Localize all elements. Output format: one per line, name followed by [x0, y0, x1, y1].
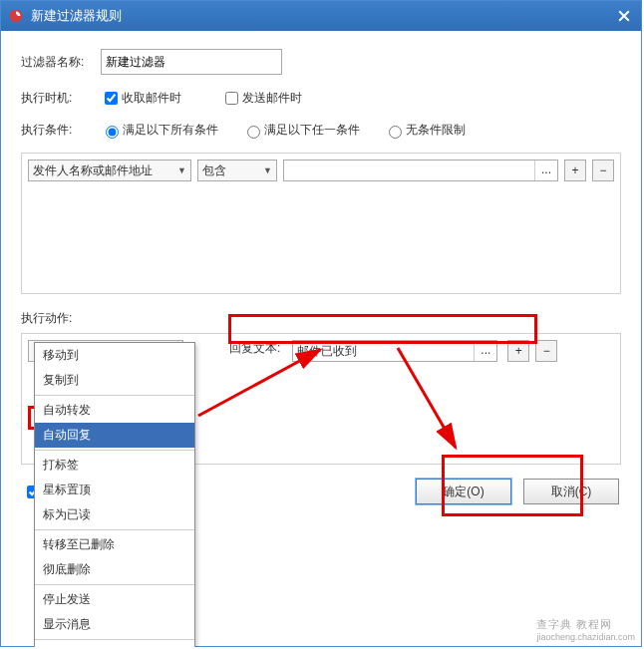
checkbox-on-send[interactable]: 发送邮件时 — [221, 89, 302, 108]
chevron-down-icon: ▼ — [257, 165, 272, 175]
radio-any-input[interactable] — [247, 126, 260, 139]
separator — [35, 529, 194, 530]
reply-text-input[interactable]: 邮件已收到 ... — [292, 340, 497, 362]
conditions-panel: 发件人名称或邮件地址 ▼ 包含 ▼ ... + − — [21, 153, 621, 294]
add-condition-button[interactable]: + — [564, 160, 586, 181]
exec-action-label: 执行动作: — [21, 310, 101, 327]
title-bar: 新建过滤器规则 — [1, 1, 641, 31]
dropdown-item[interactable]: 彻底删除 — [35, 557, 194, 582]
dropdown-item[interactable]: 标为已读 — [35, 502, 194, 527]
checkbox-on-send-text: 发送邮件时 — [242, 90, 302, 107]
radio-none-input[interactable] — [389, 126, 402, 139]
exec-time-label: 执行时机: — [21, 90, 101, 107]
cond-op-select[interactable]: 包含 ▼ — [197, 160, 277, 181]
chevron-down-icon: ▼ — [171, 165, 186, 175]
reply-text-label: 回复文本: — [229, 340, 280, 357]
add-action-button[interactable]: + — [507, 340, 529, 362]
filter-name-label: 过滤器名称: — [21, 54, 101, 71]
dialog-window: 新建过滤器规则 过滤器名称: 执行时机: 收取邮件时 发送邮件时 执行条件: — [0, 0, 642, 647]
separator — [35, 584, 194, 585]
cond-field-select[interactable]: 发件人名称或邮件地址 ▼ — [28, 160, 191, 181]
dropdown-item[interactable]: 复制到 — [35, 368, 194, 393]
radio-none[interactable]: 无条件限制 — [384, 122, 466, 139]
checkbox-on-receive[interactable]: 收取邮件时 — [101, 89, 181, 108]
dropdown-item[interactable]: 显示消息 — [35, 612, 194, 637]
remove-condition-button[interactable]: − — [592, 160, 614, 181]
dropdown-item[interactable]: 移动到 — [35, 343, 194, 368]
checkbox-on-receive-text: 收取邮件时 — [122, 90, 181, 107]
separator — [35, 450, 194, 451]
cond-value-input[interactable]: ... — [283, 160, 558, 181]
dropdown-item[interactable]: 播放音乐 — [35, 642, 194, 647]
separator — [35, 639, 194, 640]
filter-name-input[interactable] — [101, 49, 282, 75]
separator — [35, 395, 194, 396]
watermark: 查字典 教程网 jiaocheng.chazidian.com — [536, 617, 635, 642]
radio-all-input[interactable] — [106, 126, 119, 139]
action-dropdown: 移动到 复制到 自动转发 自动回复 打标签 星标置顶 标为已读 转移至已删除 彻… — [34, 342, 195, 647]
remove-action-button[interactable]: − — [535, 340, 557, 362]
dropdown-item[interactable]: 停止发送 — [35, 587, 194, 612]
close-icon — [618, 10, 630, 22]
reply-browse-button[interactable]: ... — [474, 341, 496, 361]
dropdown-item[interactable]: 自动转发 — [35, 398, 194, 423]
exec-cond-label: 执行条件: — [21, 122, 101, 139]
dropdown-item[interactable]: 转移至已删除 — [35, 532, 194, 557]
dropdown-item[interactable]: 打标签 — [35, 453, 194, 478]
radio-all[interactable]: 满足以下所有条件 — [101, 122, 218, 139]
radio-any[interactable]: 满足以下任一条件 — [242, 122, 360, 139]
browse-button[interactable]: ... — [534, 161, 557, 180]
window-title: 新建过滤器规则 — [31, 7, 122, 25]
checkbox-on-send-input[interactable] — [225, 92, 238, 105]
ok-button[interactable]: 确定(O) — [416, 479, 511, 504]
app-logo-icon — [7, 7, 25, 25]
cancel-button[interactable]: 取消(C) — [523, 479, 619, 504]
dropdown-item[interactable]: 星标置顶 — [35, 478, 194, 502]
dropdown-item-selected[interactable]: 自动回复 — [35, 423, 194, 448]
checkbox-on-receive-input[interactable] — [105, 92, 118, 105]
close-button[interactable] — [607, 1, 641, 31]
